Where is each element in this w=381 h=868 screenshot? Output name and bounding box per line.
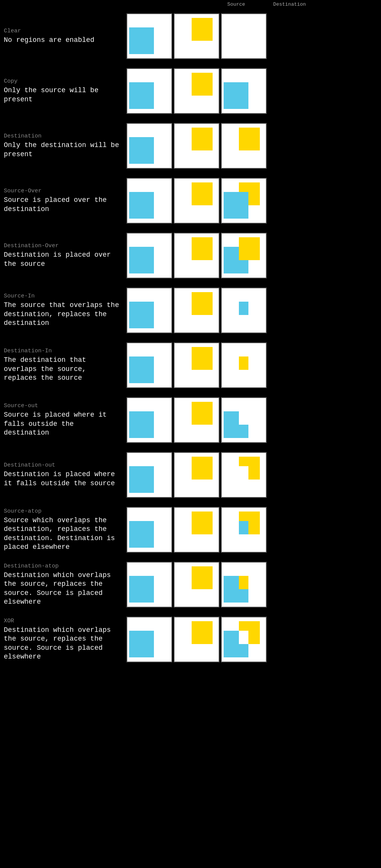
diagram-box-6-1	[174, 342, 219, 388]
diagram-box-1-0	[126, 68, 172, 114]
svg-rect-38	[129, 356, 154, 383]
rows-container: ClearNo regions are enabled CopyOnly the…	[0, 9, 381, 667]
diagram-box-6-2	[221, 342, 267, 388]
svg-rect-50	[239, 411, 248, 425]
svg-rect-25	[129, 247, 154, 273]
header-row: Source Destination	[0, 0, 381, 7]
diagrams-col-10	[126, 561, 381, 608]
diagram-box-7-0	[126, 397, 172, 443]
op-name-3: Source-Over	[4, 188, 122, 194]
text-col-10: Destination-atopDestination which overla…	[0, 563, 126, 607]
text-col-1: CopyOnly the source will be present	[0, 78, 126, 104]
text-col-7: Source-outSource is placed where it fall…	[0, 403, 126, 437]
diagram-box-11-2	[221, 617, 267, 662]
op-desc-4: Destination is placed over the source	[4, 251, 122, 269]
op-name-5: Source-In	[4, 293, 122, 299]
row-4: Destination-OverDestination is placed ov…	[0, 228, 381, 283]
text-col-0: ClearNo regions are enabled	[0, 28, 126, 45]
svg-rect-8	[192, 73, 213, 96]
diagram-box-8-1	[174, 452, 219, 498]
svg-rect-79	[239, 631, 248, 644]
row-11: XORDestination which overlaps the source…	[0, 612, 381, 667]
op-name-0: Clear	[4, 28, 122, 34]
diagram-box-2-0	[126, 123, 172, 169]
op-name-6: Destination-In	[4, 348, 122, 354]
svg-rect-73	[129, 631, 154, 657]
diagram-box-10-0	[126, 562, 172, 607]
svg-rect-75	[192, 621, 213, 644]
op-name-9: Source-atop	[4, 508, 122, 515]
svg-rect-32	[129, 302, 154, 328]
op-name-1: Copy	[4, 78, 122, 85]
svg-rect-71	[239, 576, 248, 589]
diagram-box-6-0	[126, 342, 172, 388]
header-source: Source	[210, 2, 263, 7]
svg-rect-54	[192, 457, 213, 480]
op-desc-8: Destination is placed where it falls out…	[4, 470, 122, 488]
header-labels: Source Destination	[210, 2, 370, 7]
diagram-box-3-1	[174, 178, 219, 224]
diagram-box-11-0	[126, 617, 172, 662]
diagrams-col-6	[126, 342, 381, 389]
diagram-box-11-1	[174, 617, 219, 662]
svg-rect-23	[224, 192, 248, 219]
diagram-box-7-1	[174, 397, 219, 443]
row-1: CopyOnly the source will be present	[0, 64, 381, 118]
row-2: DestinationOnly the destination will be …	[0, 118, 381, 173]
diagram-box-10-2	[221, 562, 267, 607]
svg-rect-36	[239, 302, 248, 315]
svg-rect-68	[192, 566, 213, 589]
svg-rect-40	[192, 347, 213, 370]
text-col-6: Destination-InThe destination that overl…	[0, 348, 126, 382]
diagrams-col-9	[126, 506, 381, 553]
text-col-8: Destination-outDestination is placed whe…	[0, 462, 126, 488]
row-8: Destination-outDestination is placed whe…	[0, 448, 381, 502]
diagram-box-3-0	[126, 178, 172, 224]
diagram-box-8-2	[221, 452, 267, 498]
op-desc-1: Only the source will be present	[4, 86, 122, 104]
svg-rect-61	[192, 512, 213, 534]
svg-rect-6	[129, 82, 154, 109]
op-name-11: XOR	[4, 618, 122, 624]
text-col-11: XORDestination which overlaps the source…	[0, 618, 126, 662]
diagram-box-5-1	[174, 288, 219, 333]
diagram-box-2-2	[221, 123, 267, 169]
op-desc-11: Destination which overlaps the source, r…	[4, 626, 122, 662]
op-desc-9: Source which overlaps the destination, r…	[4, 516, 122, 552]
diagram-box-3-2	[221, 178, 267, 224]
diagrams-col-3	[126, 177, 381, 224]
row-3: Source-OverSource is placed over the des…	[0, 173, 381, 228]
diagram-box-4-1	[174, 233, 219, 278]
diagrams-col-8	[126, 451, 381, 499]
op-name-2: Destination	[4, 133, 122, 139]
svg-rect-1	[129, 27, 154, 54]
diagrams-col-2	[126, 122, 381, 169]
svg-rect-44	[129, 411, 154, 438]
text-col-5: Source-InThe source that overlaps the de…	[0, 293, 126, 328]
diagram-box-7-2	[221, 397, 267, 443]
diagram-box-9-1	[174, 507, 219, 553]
op-desc-5: The source that overlaps the destination…	[4, 301, 122, 328]
op-name-4: Destination-Over	[4, 243, 122, 249]
diagram-box-2-1	[174, 123, 219, 169]
diagram-box-4-2	[221, 233, 267, 278]
row-7: Source-outSource is placed where it fall…	[0, 393, 381, 448]
svg-rect-18	[129, 192, 154, 219]
diagram-box-0-2	[221, 13, 267, 59]
row-5: Source-InThe source that overlaps the de…	[0, 283, 381, 338]
svg-rect-34	[192, 292, 213, 315]
text-col-4: Destination-OverDestination is placed ov…	[0, 243, 126, 269]
svg-rect-52	[129, 466, 154, 493]
header-destination: Destination	[263, 2, 316, 7]
diagram-box-10-1	[174, 562, 219, 607]
diagram-box-1-2	[221, 68, 267, 114]
row-6: Destination-InThe destination that overl…	[0, 338, 381, 393]
op-desc-6: The destination that overlaps the source…	[4, 356, 122, 382]
svg-rect-3	[192, 18, 213, 41]
diagrams-col-0	[126, 13, 381, 60]
svg-rect-10	[224, 82, 248, 109]
op-name-7: Source-out	[4, 403, 122, 409]
svg-rect-30	[239, 237, 260, 260]
op-name-8: Destination-out	[4, 462, 122, 468]
svg-rect-4	[222, 14, 266, 58]
